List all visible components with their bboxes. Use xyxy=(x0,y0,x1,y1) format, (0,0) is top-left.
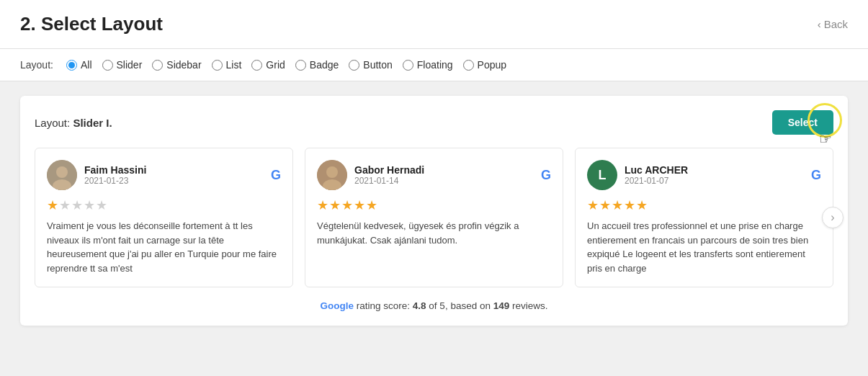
review-date-3: 2021-01-07 xyxy=(625,176,688,186)
review-header-1: Faim Hassini 2021-01-23 G xyxy=(47,160,281,190)
filter-label: Layout: xyxy=(20,59,53,71)
reviewer-meta-3: Luc ARCHER 2021-01-07 xyxy=(625,164,688,186)
review-card-3: L Luc ARCHER 2021-01-07 G ★★★★★ Un accue… xyxy=(575,148,833,287)
reviewer-name-1: Faim Hassini xyxy=(84,164,146,176)
review-header-3: L Luc ARCHER 2021-01-07 G xyxy=(587,160,821,190)
radio-group: All Slider Sidebar List Grid Badge xyxy=(66,59,506,71)
svg-point-1 xyxy=(56,166,68,178)
content-area: Layout: Slider I. Select ☞ xyxy=(0,81,868,340)
chevron-left-icon: ‹ xyxy=(818,18,821,30)
stars-3: ★★★★★ xyxy=(587,197,821,213)
layout-filter: Layout: All Slider Sidebar List Grid xyxy=(0,49,868,81)
svg-point-4 xyxy=(326,166,338,178)
rating-middle: rating score: xyxy=(357,300,413,311)
select-button[interactable]: Select xyxy=(772,110,833,135)
layout-name-prefix: Layout: xyxy=(35,117,70,129)
reviewer-name-2: Gabor Hernadi xyxy=(354,164,424,176)
review-card-1: Faim Hassini 2021-01-23 G ★★★★★ Vraiment… xyxy=(35,148,293,287)
reviewer-meta-2: Gabor Hernadi 2021-01-14 xyxy=(354,164,424,186)
radio-list[interactable]: List xyxy=(212,59,242,71)
radio-sidebar[interactable]: Sidebar xyxy=(152,59,201,71)
card-header: Layout: Slider I. Select ☞ xyxy=(35,110,833,135)
google-icon-3: G xyxy=(811,168,821,183)
rating-footer: Google rating score: 4.8 of 5, based on … xyxy=(35,300,833,311)
review-text-1: Vraiment je vous les déconseille forteme… xyxy=(47,219,281,275)
reviewer-info-3: L Luc ARCHER 2021-01-07 xyxy=(587,160,688,190)
page-title: 2. Select Layout xyxy=(20,13,163,35)
radio-popup[interactable]: Popup xyxy=(463,59,506,71)
reviewer-name-3: Luc ARCHER xyxy=(625,164,688,176)
google-icon-2: G xyxy=(541,168,551,183)
avatar-1 xyxy=(47,160,77,190)
stars-2: ★★★★★ xyxy=(317,197,551,213)
avatar-3: L xyxy=(587,160,617,190)
google-brand-text: Google xyxy=(321,300,354,311)
reviews-grid: Faim Hassini 2021-01-23 G ★★★★★ Vraiment… xyxy=(35,148,833,287)
layout-name: Layout: Slider I. xyxy=(35,117,112,129)
radio-badge[interactable]: Badge xyxy=(295,59,339,71)
header: 2. Select Layout ‹ Back xyxy=(0,0,868,49)
review-date-2: 2021-01-14 xyxy=(354,176,424,186)
radio-button[interactable]: Button xyxy=(349,59,392,71)
reviewer-info-2: Gabor Hernadi 2021-01-14 xyxy=(317,160,424,190)
page-wrapper: 2. Select Layout ‹ Back Layout: All Slid… xyxy=(0,0,868,340)
google-icon-1: G xyxy=(271,168,281,183)
radio-grid[interactable]: Grid xyxy=(251,59,285,71)
next-arrow-button[interactable]: › xyxy=(822,207,844,228)
rating-of: of 5, based on xyxy=(429,300,493,311)
back-link[interactable]: ‹ Back xyxy=(818,18,848,30)
layout-card: Layout: Slider I. Select ☞ xyxy=(20,96,848,326)
rating-score: 4.8 xyxy=(413,300,426,311)
layout-name-bold: Slider I. xyxy=(73,117,112,129)
stars-1: ★★★★★ xyxy=(47,197,281,213)
reviewer-meta-1: Faim Hassini 2021-01-23 xyxy=(84,164,146,186)
radio-all[interactable]: All xyxy=(66,59,92,71)
rating-suffix: reviews. xyxy=(512,300,548,311)
review-text-2: Végtelenül kedvesek, ügyesek és profin v… xyxy=(317,219,551,247)
rating-count: 149 xyxy=(493,300,510,311)
radio-slider[interactable]: Slider xyxy=(102,59,143,71)
select-btn-wrapper: Select ☞ xyxy=(772,110,833,135)
reviewer-info-1: Faim Hassini 2021-01-23 xyxy=(47,160,146,190)
review-text-3: Un accueil tres professionnel et une pri… xyxy=(587,219,821,275)
review-header-2: Gabor Hernadi 2021-01-14 G xyxy=(317,160,551,190)
radio-floating[interactable]: Floating xyxy=(403,59,453,71)
back-label: Back xyxy=(824,18,848,30)
review-date-1: 2021-01-23 xyxy=(84,176,146,186)
review-card-2: Gabor Hernadi 2021-01-14 G ★★★★★ Végtele… xyxy=(305,148,563,287)
avatar-2 xyxy=(317,160,347,190)
